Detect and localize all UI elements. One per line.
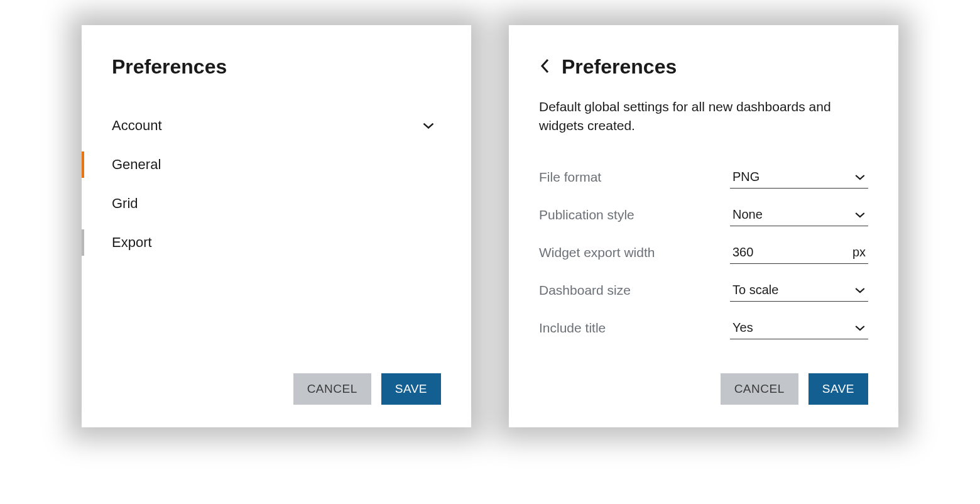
dashboard-size-select[interactable]: To scale <box>730 279 868 302</box>
file-format-select[interactable]: PNG <box>730 166 868 189</box>
preferences-panel-right: Preferences Default global settings for … <box>509 25 898 427</box>
nav-list: Account General Grid Export <box>82 106 441 262</box>
cancel-button[interactable]: CANCEL <box>293 373 371 405</box>
nav-item-account[interactable]: Account <box>82 106 441 145</box>
chevron-down-icon <box>854 207 866 222</box>
nav-item-grid[interactable]: Grid <box>82 184 441 223</box>
nav-indicator <box>82 151 84 178</box>
preferences-panel-left: Preferences Account General Grid Export … <box>82 25 471 427</box>
chevron-down-icon <box>854 283 866 297</box>
setting-label: File format <box>539 170 601 185</box>
chevron-down-icon <box>422 118 435 134</box>
chevron-down-icon <box>854 320 866 335</box>
unit-suffix: px <box>852 245 866 260</box>
publication-style-select[interactable]: None <box>730 204 868 226</box>
button-row: CANCEL SAVE <box>539 373 868 405</box>
nav-item-label: Grid <box>112 195 138 212</box>
setting-label: Dashboard size <box>539 283 631 298</box>
page-title: Preferences <box>112 55 441 79</box>
nav-indicator <box>82 229 84 256</box>
description-text: Default global settings for all new dash… <box>539 97 868 136</box>
save-button[interactable]: SAVE <box>808 373 868 405</box>
select-value: Yes <box>732 320 753 335</box>
save-button[interactable]: SAVE <box>381 373 441 405</box>
select-value: None <box>732 207 763 222</box>
setting-publication-style: Publication style None <box>539 204 868 226</box>
nav-item-label: General <box>112 156 161 173</box>
setting-label: Include title <box>539 320 606 336</box>
select-value: PNG <box>732 170 760 184</box>
setting-file-format: File format PNG <box>539 166 868 189</box>
setting-include-title: Include title Yes <box>539 317 868 339</box>
setting-widget-export-width: Widget export width 360 px <box>539 241 868 264</box>
chevron-down-icon <box>854 170 866 184</box>
panel-header: Preferences <box>539 55 868 79</box>
cancel-button[interactable]: CANCEL <box>721 373 798 405</box>
settings-list: File format PNG Publication style None <box>539 166 868 339</box>
button-row: CANCEL SAVE <box>112 373 441 405</box>
include-title-select[interactable]: Yes <box>730 317 868 339</box>
back-icon[interactable] <box>539 58 550 77</box>
input-value: 360 <box>732 245 753 260</box>
nav-item-label: Account <box>112 118 162 134</box>
setting-label: Widget export width <box>539 245 655 260</box>
select-value: To scale <box>732 283 778 297</box>
nav-item-export[interactable]: Export <box>82 223 441 262</box>
page-title: Preferences <box>562 55 677 79</box>
nav-item-label: Export <box>112 234 152 251</box>
widget-export-width-input[interactable]: 360 px <box>730 241 868 264</box>
setting-label: Publication style <box>539 207 634 222</box>
setting-dashboard-size: Dashboard size To scale <box>539 279 868 302</box>
nav-item-general[interactable]: General <box>82 145 441 184</box>
